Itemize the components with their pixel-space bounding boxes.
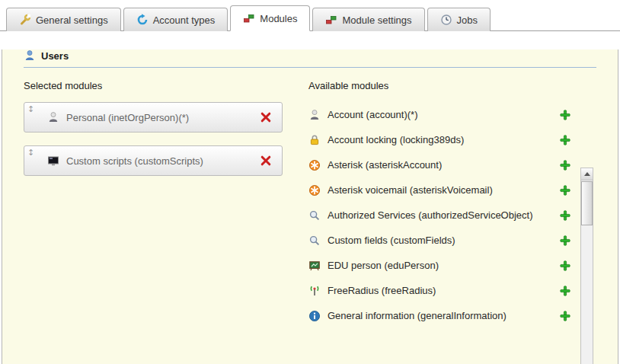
users-section-header: Users: [24, 49, 596, 68]
selected-modules-column: Selected modules ↕ Personal (inetOrgPers…: [24, 80, 292, 328]
person-icon: [47, 111, 59, 123]
tab-label: General settings: [36, 14, 108, 26]
module-label: Account locking (locking389ds): [328, 134, 464, 145]
add-module-button[interactable]: [558, 184, 572, 197]
wrench-icon: [19, 14, 31, 26]
available-module-row: Asterisk voicemail (asteriskVoicemail): [308, 177, 572, 203]
plus-icon: [559, 109, 571, 121]
available-module-row: EDU person (eduPerson): [308, 253, 572, 278]
plus-icon: [559, 260, 571, 272]
available-modules-title: Available modules: [308, 80, 572, 91]
selected-modules-title: Selected modules: [24, 80, 292, 91]
plus-icon: [559, 310, 571, 322]
selected-module-row[interactable]: ↕ Custom scripts (customScripts): [24, 145, 283, 176]
available-module-row: Account (account)(*): [308, 102, 572, 127]
module-label: Asterisk voicemail (asteriskVoicemail): [328, 184, 493, 196]
plus-icon: [559, 134, 571, 146]
scrollbar-thumb[interactable]: [581, 181, 593, 225]
asterisk-icon: [308, 159, 321, 171]
chalkboard-icon: [308, 260, 321, 272]
available-module-row: FreeRadius (freeRadius): [308, 278, 572, 303]
module-label: Authorized Services (authorizedServiceOb…: [328, 209, 533, 221]
tab-label: Account types: [153, 14, 216, 26]
available-modules-column: Available modules Account (account)(*): [308, 80, 618, 328]
user-icon: [24, 49, 36, 62]
tab-label: Jobs: [457, 14, 478, 26]
module-label: General information (generalInformation): [328, 310, 507, 321]
delete-x-icon: [260, 111, 272, 123]
bricks-icon: [243, 12, 255, 24]
section-title: Users: [41, 50, 69, 62]
delete-x-icon: [260, 155, 272, 167]
plus-icon: [559, 209, 571, 222]
module-label: Custom scripts (customScripts): [66, 155, 259, 167]
plus-icon: [559, 184, 571, 196]
scrollbar[interactable]: [580, 168, 593, 364]
add-module-button[interactable]: [558, 284, 572, 298]
scroll-up-button[interactable]: [581, 168, 593, 180]
plus-icon: [559, 235, 571, 247]
available-module-row: General information (generalInformation): [308, 303, 572, 328]
add-module-button[interactable]: [558, 259, 572, 273]
module-label: Account (account)(*): [328, 109, 418, 120]
add-module-button[interactable]: [558, 234, 572, 247]
module-label: Personal (inetOrgPerson)(*): [66, 112, 259, 123]
module-label: Asterisk (asteriskAccount): [328, 159, 442, 171]
antenna-icon: [308, 285, 321, 297]
person-icon: [308, 109, 321, 121]
module-label: EDU person (eduPerson): [328, 260, 439, 271]
add-module-button[interactable]: [558, 108, 572, 122]
modules-columns: Selected modules ↕ Personal (inetOrgPers…: [24, 80, 618, 328]
info-icon: [308, 310, 321, 322]
available-module-row: Asterisk (asteriskAccount): [308, 152, 572, 177]
lock-icon: [308, 134, 321, 146]
plus-icon: [559, 159, 571, 171]
clock-icon: [440, 14, 452, 26]
bricks-icon: [325, 14, 337, 26]
tab-general-settings[interactable]: General settings: [6, 8, 121, 31]
magnifier-icon: [308, 209, 321, 222]
selected-module-row[interactable]: ↕ Personal (inetOrgPerson)(*): [24, 102, 283, 133]
tab-module-settings[interactable]: Module settings: [312, 8, 424, 31]
available-module-row: Account locking (locking389ds): [308, 127, 572, 152]
module-label: Custom fields (customFields): [328, 235, 455, 246]
arrow-up-icon: [584, 172, 590, 176]
tab-account-types[interactable]: Account types: [123, 8, 229, 31]
add-module-button[interactable]: [558, 309, 572, 323]
tab-bar: General settings Account types Modules M…: [0, 0, 620, 31]
add-module-button[interactable]: [558, 133, 572, 147]
add-module-button[interactable]: [558, 158, 572, 172]
plus-icon: [559, 285, 571, 297]
tab-modules[interactable]: Modules: [230, 5, 310, 31]
remove-module-button[interactable]: [259, 154, 273, 168]
drag-handle-icon[interactable]: ↕: [27, 148, 34, 158]
tab-jobs[interactable]: Jobs: [427, 8, 491, 31]
available-module-row: Authorized Services (authorizedServiceOb…: [308, 203, 572, 228]
tab-label: Module settings: [342, 14, 411, 26]
module-label: FreeRadius (freeRadius): [328, 285, 436, 296]
tab-label: Modules: [260, 13, 297, 24]
refresh-gear-icon: [136, 14, 149, 26]
magnifier-icon: [308, 235, 321, 247]
config-window: General settings Account types Modules M…: [0, 0, 620, 364]
drag-handle-icon[interactable]: ↕: [27, 104, 34, 114]
remove-module-button[interactable]: [259, 110, 273, 124]
terminal-icon: [47, 155, 59, 167]
add-module-button[interactable]: [558, 209, 572, 222]
available-module-row: Custom fields (customFields): [308, 228, 572, 253]
asterisk-icon: [308, 184, 321, 196]
modules-panel: Users Selected modules ↕ Personal (inetO…: [2, 49, 618, 364]
